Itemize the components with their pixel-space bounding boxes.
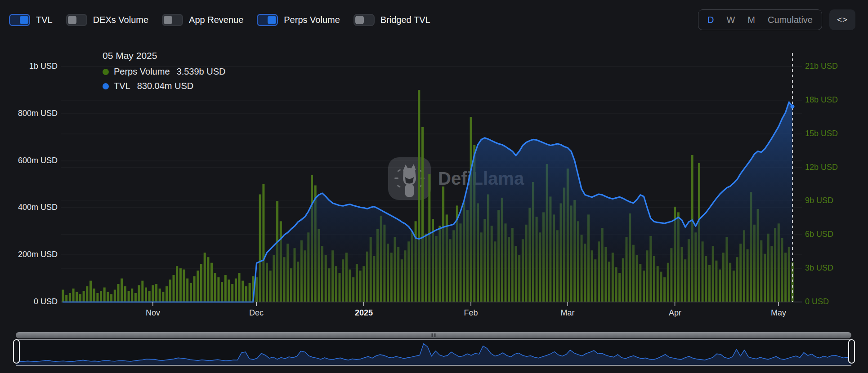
toggle-item-perps-volume: Perps Volume — [257, 14, 340, 26]
bridged-tvl-toggle-label: Bridged TVL — [380, 15, 430, 25]
perps-volume-toggle-label: Perps Volume — [284, 15, 340, 25]
toggle-knob — [268, 16, 276, 24]
tooltip-date: 05 May 2025 — [103, 50, 225, 61]
tvl-dot-icon — [103, 83, 109, 89]
embed-button[interactable]: <> — [829, 9, 855, 30]
toggle-item-tvl: TVL — [9, 14, 53, 26]
toggle-knob — [164, 16, 172, 24]
interval-selector: D W M Cumulative — [698, 9, 822, 30]
tvl-toggle-label: TVL — [36, 15, 53, 25]
brush-minichart[interactable] — [16, 339, 851, 366]
tooltip-series-name: TVL — [114, 81, 130, 91]
right-axis-tick: 0 USD — [805, 297, 829, 306]
right-axis-tick: 21b USD — [805, 62, 838, 71]
brush-handle-right[interactable] — [848, 339, 855, 364]
toggle-knob — [355, 16, 364, 24]
left-axis-tick: 1b USD — [0, 62, 58, 71]
dexs-volume-toggle-label: DEXs Volume — [93, 15, 148, 25]
tvl-toggle[interactable] — [9, 14, 30, 26]
left-axis-tick: 800m USD — [0, 109, 58, 118]
tooltip-series-value: 3.539b USD — [177, 67, 226, 77]
right-axis-tick: 12b USD — [805, 163, 838, 172]
perps-volume-toggle[interactable] — [257, 14, 278, 26]
perps-volume-dot-icon — [103, 69, 109, 75]
right-axis-tick: 3b USD — [805, 263, 833, 273]
dexs-volume-toggle[interactable] — [66, 14, 87, 26]
toggle-item-bridged-tvl: Bridged TVL — [353, 14, 430, 26]
tooltip-series-value: 830.04m USD — [137, 81, 194, 91]
tooltip-series-name: Perps Volume — [114, 67, 170, 77]
chart-tooltip: 05 May 2025 Perps Volume 3.539b USD TVL … — [103, 50, 225, 91]
app-revenue-toggle[interactable] — [162, 14, 183, 26]
left-axis-tick: 0 USD — [0, 297, 58, 306]
toggle-knob — [68, 16, 76, 24]
tooltip-row-perps: Perps Volume 3.539b USD — [103, 67, 225, 77]
toggle-knob — [20, 16, 28, 24]
interval-cumulative-button[interactable]: Cumulative — [768, 15, 813, 25]
scrollbar-grip-icon[interactable] — [432, 333, 436, 337]
right-axis-tick: 9b USD — [805, 196, 833, 205]
bridged-tvl-toggle[interactable] — [353, 14, 375, 26]
toggle-item-dexs-volume: DEXs Volume — [66, 14, 148, 26]
brush-handle-left[interactable] — [13, 339, 20, 364]
left-axis-tick: 600m USD — [0, 156, 58, 165]
left-axis-tick: 400m USD — [0, 203, 58, 212]
interval-monthly-button[interactable]: M — [747, 15, 755, 25]
right-axis-tick: 15b USD — [805, 129, 838, 138]
left-axis-tick: 200m USD — [0, 250, 58, 259]
defillama-chart-panel: TVL DEXs Volume App Revenue Perps Volume… — [0, 0, 868, 373]
toggle-item-app-revenue: App Revenue — [162, 14, 243, 26]
brush-scrollbar[interactable] — [16, 332, 851, 338]
interval-weekly-button[interactable]: W — [726, 15, 735, 25]
tooltip-row-tvl: TVL 830.04m USD — [103, 81, 225, 91]
app-revenue-toggle-label: App Revenue — [189, 15, 243, 25]
right-axis-tick: 18b USD — [805, 95, 838, 105]
right-axis-tick: 6b USD — [805, 230, 833, 239]
code-icon: <> — [837, 15, 848, 25]
interval-daily-button[interactable]: D — [707, 15, 714, 25]
